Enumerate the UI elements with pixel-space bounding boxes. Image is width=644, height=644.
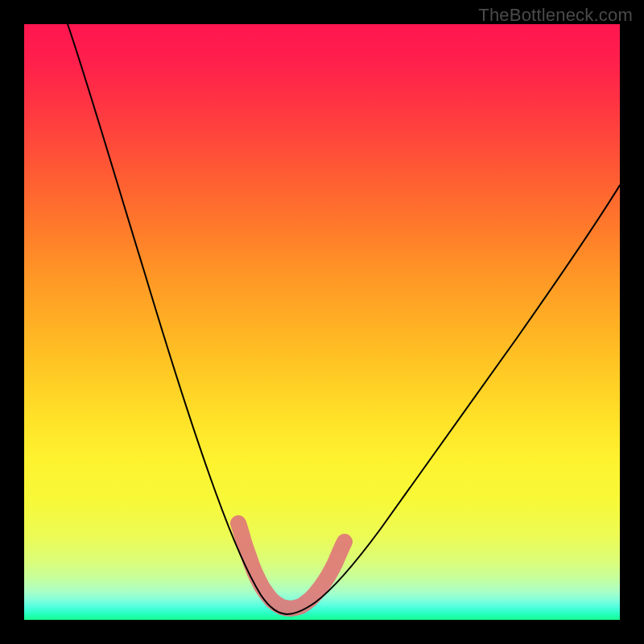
gradient-plot-area [24,24,620,620]
chart-stage: TheBottleneck.com [0,0,644,644]
watermark-text: TheBottleneck.com [478,5,633,26]
